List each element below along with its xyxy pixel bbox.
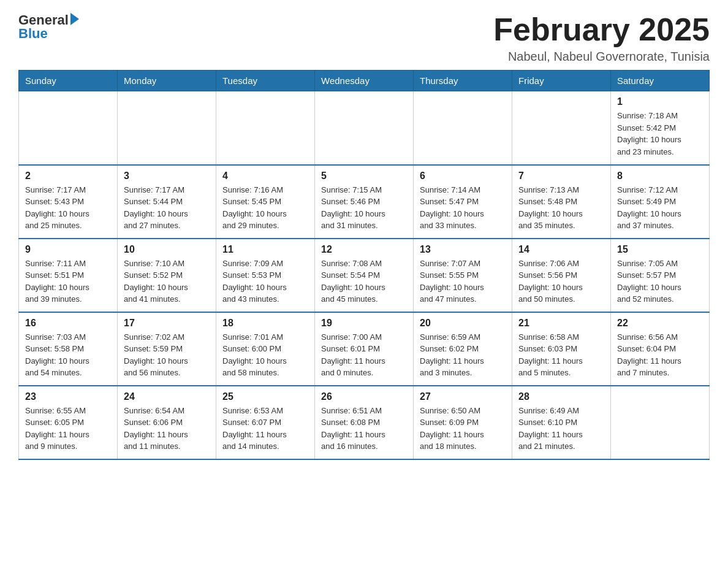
calendar-week-row: 2Sunrise: 7:17 AM Sunset: 5:43 PM Daylig… bbox=[19, 165, 710, 239]
calendar-cell: 16Sunrise: 7:03 AM Sunset: 5:58 PM Dayli… bbox=[19, 312, 118, 386]
day-info: Sunrise: 7:00 AM Sunset: 6:01 PM Dayligh… bbox=[321, 331, 407, 379]
day-number: 11 bbox=[222, 244, 308, 255]
day-info: Sunrise: 6:59 AM Sunset: 6:02 PM Dayligh… bbox=[420, 331, 506, 379]
day-info: Sunrise: 7:07 AM Sunset: 5:55 PM Dayligh… bbox=[420, 258, 506, 305]
calendar-week-row: 1Sunrise: 7:18 AM Sunset: 5:42 PM Daylig… bbox=[19, 91, 710, 165]
calendar-cell: 10Sunrise: 7:10 AM Sunset: 5:52 PM Dayli… bbox=[118, 239, 216, 312]
day-number: 14 bbox=[518, 244, 604, 255]
calendar-cell bbox=[611, 386, 710, 459]
day-number: 22 bbox=[617, 318, 703, 329]
day-info: Sunrise: 7:03 AM Sunset: 5:58 PM Dayligh… bbox=[25, 331, 111, 379]
day-info: Sunrise: 7:08 AM Sunset: 5:54 PM Dayligh… bbox=[321, 258, 407, 305]
day-number: 20 bbox=[420, 318, 506, 329]
calendar-cell: 5Sunrise: 7:15 AM Sunset: 5:46 PM Daylig… bbox=[315, 165, 414, 239]
day-number: 28 bbox=[518, 391, 604, 402]
day-info: Sunrise: 7:17 AM Sunset: 5:43 PM Dayligh… bbox=[25, 184, 111, 232]
calendar-week-row: 9Sunrise: 7:11 AM Sunset: 5:51 PM Daylig… bbox=[19, 239, 710, 312]
day-number: 10 bbox=[124, 244, 210, 255]
calendar-cell: 18Sunrise: 7:01 AM Sunset: 6:00 PM Dayli… bbox=[216, 312, 315, 386]
calendar-week-row: 23Sunrise: 6:55 AM Sunset: 6:05 PM Dayli… bbox=[19, 386, 710, 459]
day-info: Sunrise: 7:18 AM Sunset: 5:42 PM Dayligh… bbox=[617, 110, 703, 158]
calendar-cell: 4Sunrise: 7:16 AM Sunset: 5:45 PM Daylig… bbox=[216, 165, 315, 239]
day-info: Sunrise: 6:54 AM Sunset: 6:06 PM Dayligh… bbox=[124, 405, 210, 453]
calendar-cell: 11Sunrise: 7:09 AM Sunset: 5:53 PM Dayli… bbox=[216, 239, 315, 312]
day-number: 12 bbox=[321, 244, 407, 255]
header-saturday: Saturday bbox=[611, 71, 710, 91]
calendar-cell: 14Sunrise: 7:06 AM Sunset: 5:56 PM Dayli… bbox=[512, 239, 611, 312]
calendar-cell: 12Sunrise: 7:08 AM Sunset: 5:54 PM Dayli… bbox=[315, 239, 414, 312]
calendar-cell: 22Sunrise: 6:56 AM Sunset: 6:04 PM Dayli… bbox=[611, 312, 710, 386]
day-info: Sunrise: 6:50 AM Sunset: 6:09 PM Dayligh… bbox=[420, 405, 506, 453]
day-info: Sunrise: 6:56 AM Sunset: 6:04 PM Dayligh… bbox=[617, 331, 703, 379]
calendar-cell bbox=[512, 91, 611, 165]
calendar-cell: 21Sunrise: 6:58 AM Sunset: 6:03 PM Dayli… bbox=[512, 312, 611, 386]
page-header: General Blue February 2025 Nabeul, Nabeu… bbox=[18, 12, 710, 64]
logo: General Blue bbox=[18, 12, 79, 42]
title-block: February 2025 Nabeul, Nabeul Governorate… bbox=[493, 12, 710, 64]
day-number: 8 bbox=[617, 170, 703, 182]
day-info: Sunrise: 6:49 AM Sunset: 6:10 PM Dayligh… bbox=[518, 405, 604, 453]
calendar-cell: 3Sunrise: 7:17 AM Sunset: 5:44 PM Daylig… bbox=[118, 165, 216, 239]
day-number: 19 bbox=[321, 318, 407, 329]
day-info: Sunrise: 7:06 AM Sunset: 5:56 PM Dayligh… bbox=[518, 258, 604, 305]
day-info: Sunrise: 7:16 AM Sunset: 5:45 PM Dayligh… bbox=[222, 184, 308, 232]
day-info: Sunrise: 7:17 AM Sunset: 5:44 PM Dayligh… bbox=[124, 184, 210, 232]
day-info: Sunrise: 7:01 AM Sunset: 6:00 PM Dayligh… bbox=[222, 331, 308, 379]
calendar-cell bbox=[19, 91, 118, 165]
calendar-cell bbox=[118, 91, 216, 165]
day-number: 23 bbox=[25, 391, 111, 402]
day-number: 21 bbox=[518, 318, 604, 329]
calendar-cell: 24Sunrise: 6:54 AM Sunset: 6:06 PM Dayli… bbox=[118, 386, 216, 459]
calendar-cell: 9Sunrise: 7:11 AM Sunset: 5:51 PM Daylig… bbox=[19, 239, 118, 312]
day-number: 17 bbox=[124, 318, 210, 329]
calendar-cell: 25Sunrise: 6:53 AM Sunset: 6:07 PM Dayli… bbox=[216, 386, 315, 459]
day-number: 25 bbox=[222, 391, 308, 402]
day-number: 2 bbox=[25, 170, 111, 182]
calendar-cell: 20Sunrise: 6:59 AM Sunset: 6:02 PM Dayli… bbox=[414, 312, 512, 386]
calendar-cell: 2Sunrise: 7:17 AM Sunset: 5:43 PM Daylig… bbox=[19, 165, 118, 239]
calendar-cell: 13Sunrise: 7:07 AM Sunset: 5:55 PM Dayli… bbox=[414, 239, 512, 312]
location-subtitle: Nabeul, Nabeul Governorate, Tunisia bbox=[493, 50, 710, 64]
day-number: 3 bbox=[124, 170, 210, 182]
calendar-cell bbox=[414, 91, 512, 165]
calendar-cell: 17Sunrise: 7:02 AM Sunset: 5:59 PM Dayli… bbox=[118, 312, 216, 386]
calendar-cell: 27Sunrise: 6:50 AM Sunset: 6:09 PM Dayli… bbox=[414, 386, 512, 459]
calendar-cell: 8Sunrise: 7:12 AM Sunset: 5:49 PM Daylig… bbox=[611, 165, 710, 239]
day-number: 26 bbox=[321, 391, 407, 402]
day-number: 6 bbox=[420, 170, 506, 182]
calendar-cell: 28Sunrise: 6:49 AM Sunset: 6:10 PM Dayli… bbox=[512, 386, 611, 459]
day-number: 4 bbox=[222, 170, 308, 182]
header-friday: Friday bbox=[512, 71, 611, 91]
day-info: Sunrise: 7:14 AM Sunset: 5:47 PM Dayligh… bbox=[420, 184, 506, 232]
day-info: Sunrise: 7:12 AM Sunset: 5:49 PM Dayligh… bbox=[617, 184, 703, 232]
day-number: 1 bbox=[617, 96, 703, 107]
day-info: Sunrise: 7:13 AM Sunset: 5:48 PM Dayligh… bbox=[518, 184, 604, 232]
day-info: Sunrise: 6:58 AM Sunset: 6:03 PM Dayligh… bbox=[518, 331, 604, 379]
day-number: 16 bbox=[25, 318, 111, 329]
day-number: 9 bbox=[25, 244, 111, 255]
calendar-cell: 26Sunrise: 6:51 AM Sunset: 6:08 PM Dayli… bbox=[315, 386, 414, 459]
day-info: Sunrise: 7:10 AM Sunset: 5:52 PM Dayligh… bbox=[124, 258, 210, 305]
header-thursday: Thursday bbox=[414, 71, 512, 91]
calendar-cell: 6Sunrise: 7:14 AM Sunset: 5:47 PM Daylig… bbox=[414, 165, 512, 239]
header-wednesday: Wednesday bbox=[315, 71, 414, 91]
day-number: 13 bbox=[420, 244, 506, 255]
calendar-cell: 1Sunrise: 7:18 AM Sunset: 5:42 PM Daylig… bbox=[611, 91, 710, 165]
day-info: Sunrise: 7:15 AM Sunset: 5:46 PM Dayligh… bbox=[321, 184, 407, 232]
day-number: 7 bbox=[518, 170, 604, 182]
calendar-cell bbox=[315, 91, 414, 165]
calendar-header-row: Sunday Monday Tuesday Wednesday Thursday… bbox=[19, 71, 710, 91]
day-info: Sunrise: 6:51 AM Sunset: 6:08 PM Dayligh… bbox=[321, 405, 407, 453]
day-info: Sunrise: 6:53 AM Sunset: 6:07 PM Dayligh… bbox=[222, 405, 308, 453]
calendar-cell: 7Sunrise: 7:13 AM Sunset: 5:48 PM Daylig… bbox=[512, 165, 611, 239]
calendar-table: Sunday Monday Tuesday Wednesday Thursday… bbox=[18, 70, 710, 460]
day-number: 24 bbox=[124, 391, 210, 402]
day-number: 18 bbox=[222, 318, 308, 329]
calendar-cell: 19Sunrise: 7:00 AM Sunset: 6:01 PM Dayli… bbox=[315, 312, 414, 386]
calendar-cell: 15Sunrise: 7:05 AM Sunset: 5:57 PM Dayli… bbox=[611, 239, 710, 312]
header-tuesday: Tuesday bbox=[216, 71, 315, 91]
day-number: 5 bbox=[321, 170, 407, 182]
header-sunday: Sunday bbox=[19, 71, 118, 91]
day-info: Sunrise: 7:11 AM Sunset: 5:51 PM Dayligh… bbox=[25, 258, 111, 305]
day-number: 15 bbox=[617, 244, 703, 255]
